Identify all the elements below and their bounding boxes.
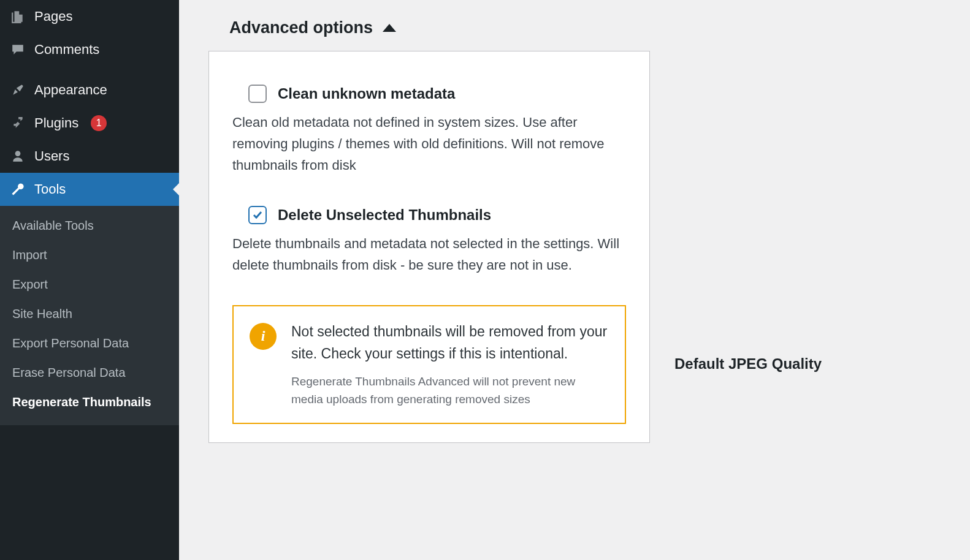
menu-item-tools[interactable]: Tools	[0, 173, 179, 206]
options-panel-body: Clean unknown metadata Clean old metadat…	[208, 51, 650, 443]
option-description: Delete thumbnails and metadata not selec…	[232, 233, 626, 276]
submenu-export-personal-data[interactable]: Export Personal Data	[0, 328, 179, 358]
warning-notice: i Not selected thumbnails will be remove…	[232, 305, 626, 424]
chevron-up-icon	[383, 24, 396, 32]
option-label: Clean unknown metadata	[278, 85, 455, 102]
checkbox-clean-metadata[interactable]	[248, 85, 267, 103]
menu-label: Appearance	[34, 82, 107, 98]
checkbox-delete-unselected[interactable]	[248, 206, 267, 224]
right-column: Default JPEG Quality	[674, 0, 822, 560]
jpeg-quality-heading: Default JPEG Quality	[674, 355, 822, 373]
section-title-text: Advanced options	[229, 18, 373, 37]
menu-label: Plugins	[34, 115, 78, 131]
comments-icon	[10, 42, 26, 58]
menu-item-pages[interactable]: Pages	[0, 0, 179, 33]
advanced-options-panel: Advanced options Clean unknown metadata …	[208, 0, 650, 560]
menu-item-users[interactable]: Users	[0, 140, 179, 173]
option-delete-unselected: Delete Unselected Thumbnails Delete thum…	[232, 206, 626, 276]
plugins-icon	[10, 115, 26, 131]
menu-item-comments[interactable]: Comments	[0, 33, 179, 66]
menu-label: Comments	[34, 42, 99, 58]
menu-item-appearance[interactable]: Appearance	[0, 74, 179, 107]
menu-item-plugins[interactable]: Plugins 1	[0, 107, 179, 140]
content-area: Advanced options Clean unknown metadata …	[179, 0, 970, 560]
option-description: Clean old metadata not defined in system…	[232, 112, 626, 176]
pages-icon	[10, 9, 26, 25]
section-header[interactable]: Advanced options	[208, 0, 650, 51]
option-label: Delete Unselected Thumbnails	[278, 206, 491, 224]
menu-label: Users	[34, 148, 69, 164]
option-clean-metadata: Clean unknown metadata Clean old metadat…	[232, 85, 626, 176]
tools-submenu: Available Tools Import Export Site Healt…	[0, 206, 179, 425]
appearance-icon	[10, 82, 26, 98]
submenu-site-health[interactable]: Site Health	[0, 299, 179, 328]
menu-label: Pages	[34, 9, 72, 25]
submenu-regenerate-thumbnails[interactable]: Regenerate Thumbnails	[0, 387, 179, 417]
submenu-export[interactable]: Export	[0, 270, 179, 299]
menu-label: Tools	[34, 181, 66, 197]
submenu-available-tools[interactable]: Available Tools	[0, 211, 179, 240]
notice-text: Not selected thumbnails will be removed …	[291, 321, 609, 365]
submenu-erase-personal-data[interactable]: Erase Personal Data	[0, 358, 179, 387]
users-icon	[10, 148, 26, 164]
tools-icon	[10, 181, 26, 197]
admin-sidebar: Pages Comments Appearance Plugins 1 User…	[0, 0, 179, 560]
submenu-import[interactable]: Import	[0, 240, 179, 270]
plugins-badge: 1	[91, 115, 107, 131]
notice-subtext: Regenerate Thumbnails Advanced will not …	[291, 373, 609, 408]
info-icon: i	[250, 323, 277, 350]
